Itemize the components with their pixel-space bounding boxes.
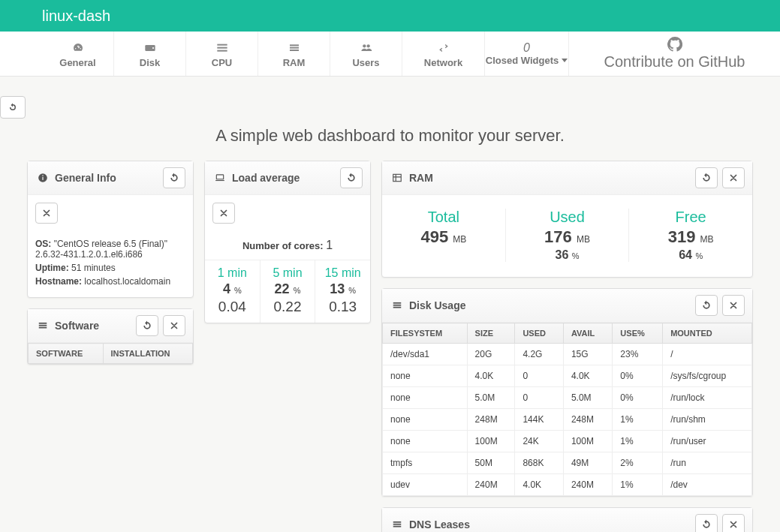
svg-rect-15	[39, 327, 47, 329]
cores-row: Number of cores: 1	[205, 231, 370, 260]
col-installation: INSTALLATION	[103, 344, 192, 364]
nav-network[interactable]: Network	[402, 32, 485, 76]
svg-rect-22	[393, 524, 402, 525]
cores-value: 1	[326, 239, 333, 251]
svg-rect-13	[39, 323, 47, 324]
table-icon	[390, 173, 405, 183]
svg-rect-4	[217, 50, 227, 52]
brand-bar: linux-dash	[0, 0, 780, 32]
svg-rect-6	[290, 47, 299, 49]
github-icon	[667, 37, 682, 52]
nav-users[interactable]: Users	[330, 32, 402, 76]
nav-disk[interactable]: Disk	[114, 32, 186, 76]
close-button[interactable]	[722, 167, 745, 188]
close-button[interactable]	[722, 514, 745, 532]
refresh-icon	[142, 320, 152, 331]
ram-total: 495	[420, 227, 448, 246]
ram-free: 319	[668, 227, 696, 246]
refresh-button[interactable]	[340, 167, 363, 188]
hostname-value: localhost.localdomain	[84, 276, 170, 287]
panel-load-average: Load average Number of cores: 1 1 min4 %…	[204, 161, 371, 323]
nav-closed-widgets[interactable]: 0 Closed Widgets	[485, 32, 569, 76]
refresh-icon	[701, 173, 712, 183]
tasks-icon	[215, 39, 230, 57]
svg-rect-7	[290, 50, 299, 51]
panel-general-info: General Info OS: "CentOS release 6.5 (Fi…	[27, 161, 194, 298]
table-row: /dev/sda120G4.2G15G23%/	[383, 344, 752, 365]
nav-cpu[interactable]: CPU	[186, 32, 258, 76]
close-button[interactable]	[722, 295, 745, 316]
refresh-icon	[169, 173, 179, 183]
hero: A simple web dashboard to monitor your s…	[0, 96, 780, 146]
svg-point-8	[363, 44, 366, 47]
svg-rect-18	[393, 302, 402, 304]
table-header: USED	[515, 323, 563, 344]
uptime-value: 51 minutes	[71, 263, 116, 273]
panel-disk-usage: Disk Usage FILESYSTEMSIZEUSEDAVAILUSE%MO…	[381, 288, 753, 497]
ram-used: 176	[544, 227, 572, 246]
brand-title: linux-dash	[42, 8, 110, 25]
refresh-icon	[701, 519, 712, 530]
bars-icon	[287, 39, 302, 57]
nav-general[interactable]: General	[42, 32, 114, 76]
refresh-button[interactable]	[695, 167, 718, 188]
close-button[interactable]	[35, 203, 58, 224]
refresh-icon	[701, 300, 712, 311]
table-header: SIZE	[467, 323, 515, 344]
svg-rect-19	[393, 305, 402, 306]
svg-point-12	[42, 175, 44, 176]
table-row: tmpfs50M868K49M2%/run	[383, 452, 752, 474]
close-button[interactable]	[212, 203, 235, 224]
ram-stats: Total 495 MB Used 176 MB 36 % Free 319 M…	[382, 195, 752, 277]
nav-bar: General Disk CPU RAM Users Network 0 Clo…	[0, 32, 780, 77]
panel-software: Software SOFTWARE INSTALLATION	[27, 308, 194, 365]
widget-grid: General Info OS: "CentOS release 6.5 (Fi…	[0, 146, 780, 532]
users-icon	[358, 39, 375, 57]
refresh-icon	[346, 173, 357, 183]
os-value: "CentOS release 6.5 (Final)" 2.6.32-431.…	[35, 239, 167, 260]
software-table: SOFTWARE INSTALLATION	[28, 343, 193, 364]
svg-rect-2	[217, 44, 227, 46]
close-icon	[728, 519, 739, 530]
svg-rect-20	[393, 307, 402, 308]
exchange-icon	[435, 39, 452, 57]
nav-github[interactable]: Contribute on GitHub	[569, 32, 780, 76]
refresh-button[interactable]	[163, 167, 185, 188]
svg-rect-5	[290, 44, 299, 46]
hdd-icon	[143, 39, 158, 57]
table-row: none4.0K04.0K0%/sys/fs/cgroup	[383, 365, 752, 387]
table-row: none100M24K100M1%/run/user	[383, 431, 752, 452]
table-row: none5.0M05.0M0%/run/lock	[383, 387, 752, 409]
panel-body: OS: "CentOS release 6.5 (Final)" 2.6.32-…	[28, 231, 193, 297]
close-icon	[218, 208, 229, 218]
ram-used-pct: 36	[555, 248, 568, 261]
panel-header: General Info	[28, 161, 193, 195]
close-icon	[728, 173, 739, 183]
info-icon	[35, 173, 50, 183]
laptop-icon	[212, 173, 227, 183]
svg-point-9	[366, 44, 369, 47]
nav-ram[interactable]: RAM	[258, 32, 330, 76]
svg-rect-21	[393, 521, 402, 523]
table-header: FILESYSTEM	[383, 323, 468, 344]
refresh-button[interactable]	[695, 514, 718, 532]
table-row: udev240M4.0K240M1%/dev	[383, 474, 752, 496]
hero-tagline: A simple web dashboard to monitor your s…	[0, 126, 780, 146]
table-header: AVAIL	[563, 323, 612, 344]
panel-dns-leases: DNS Leases EXPIRES ATMAC ADDRESSIP ADDRE…	[381, 507, 753, 532]
load-col: 5 min22 %0.22	[261, 260, 316, 323]
table-row: none248M144K248M1%/run/shm	[383, 409, 752, 431]
caret-down-icon	[562, 59, 568, 62]
close-button[interactable]	[163, 315, 185, 336]
load-col: 1 min4 %0.04	[205, 260, 261, 323]
col-software: SOFTWARE	[29, 344, 104, 364]
refresh-all-button[interactable]	[0, 96, 26, 119]
close-icon	[169, 320, 179, 331]
svg-rect-16	[216, 175, 223, 179]
svg-rect-14	[39, 325, 47, 326]
svg-rect-23	[393, 526, 402, 527]
refresh-button[interactable]	[136, 315, 158, 336]
ram-free-pct: 64	[679, 248, 692, 261]
refresh-button[interactable]	[695, 295, 718, 316]
disk-table: FILESYSTEMSIZEUSEDAVAILUSE%MOUNTED /dev/…	[382, 323, 752, 496]
